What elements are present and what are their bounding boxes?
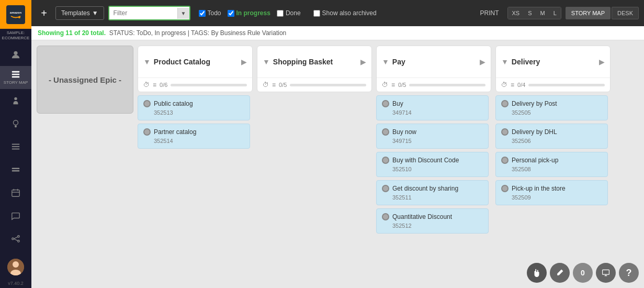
svg-rect-12 bbox=[12, 148, 19, 149]
story-card[interactable]: Buy 349714 bbox=[376, 95, 489, 120]
story-card[interactable]: Quantitative Discount 352512 bbox=[376, 208, 489, 234]
epic-footer-product-catalog: ⏱ ≡ 0/6 bbox=[138, 77, 252, 92]
archived-checkbox[interactable] bbox=[313, 10, 320, 17]
monitor-button[interactable] bbox=[596, 263, 616, 283]
story-status-icon bbox=[382, 213, 389, 220]
size-l-button[interactable]: L bbox=[549, 7, 561, 19]
done-checkbox[interactable] bbox=[277, 10, 284, 17]
size-s-button[interactable]: S bbox=[524, 7, 536, 19]
sidebar-item-share[interactable] bbox=[0, 227, 31, 250]
story-card[interactable]: Delivery by Post 352505 bbox=[495, 95, 608, 120]
epic-collapse-icon[interactable]: ▼ bbox=[263, 58, 270, 66]
amazon-logo: amazon bbox=[6, 5, 25, 24]
sidebar-item-layers[interactable] bbox=[0, 158, 31, 181]
size-xs-button[interactable]: XS bbox=[508, 7, 524, 19]
unassigned-epic-card: - Unassigned Epic - bbox=[37, 46, 133, 114]
print-button[interactable]: PRINT bbox=[476, 7, 503, 19]
svg-point-2 bbox=[18, 16, 20, 18]
storymap-label: STORY MAP bbox=[4, 80, 28, 85]
help-button[interactable]: ? bbox=[619, 263, 639, 283]
templates-button[interactable]: Templates ▼ bbox=[55, 6, 104, 20]
epic-progress-bar-shopping-basket bbox=[290, 84, 366, 86]
svg-point-3 bbox=[14, 51, 17, 54]
sidebar-item-chat[interactable] bbox=[0, 204, 31, 227]
sidebar-logo[interactable]: amazon bbox=[0, 0, 31, 29]
todo-checkbox-label[interactable]: Todo bbox=[199, 9, 221, 17]
epic-progress-product-catalog: 0/6 bbox=[160, 82, 167, 88]
epic-expand-icon[interactable]: ▶ bbox=[241, 58, 247, 66]
archived-checkbox-label[interactable]: Show also archived bbox=[313, 9, 377, 17]
status-count: Showing 11 of 20 total. bbox=[38, 29, 106, 37]
filter-dropdown-button[interactable]: ▼ bbox=[177, 8, 189, 19]
story-card[interactable]: Public catalog 352513 bbox=[138, 95, 250, 120]
view-buttons: STORY MAP DESK bbox=[566, 7, 639, 19]
epic-card-delivery: ▼ Delivery ▶ ⏱ ≡ 0/4 bbox=[495, 46, 611, 92]
epic-collapse-icon[interactable]: ▼ bbox=[143, 58, 151, 66]
story-card[interactable]: Personal pick-up 352508 bbox=[495, 152, 608, 177]
hand-tool-button[interactable] bbox=[527, 263, 547, 283]
sidebar-item-person[interactable] bbox=[0, 89, 31, 112]
epic-col-pay: ▼ Pay ▶ ⏱ ≡ 0/5 Buy bbox=[376, 46, 491, 283]
epic-title-shopping-basket: Shopping Basket bbox=[273, 58, 357, 66]
bottom-toolbar: 0 ? bbox=[527, 263, 639, 283]
epic-header-delivery: ▼ Delivery ▶ bbox=[496, 46, 610, 77]
story-card[interactable]: Buy with Discount Code 352510 bbox=[376, 152, 489, 177]
filter-wrap: ▼ bbox=[108, 6, 190, 20]
story-card[interactable]: Buy now 349715 bbox=[376, 124, 489, 149]
templates-chevron-icon: ▼ bbox=[92, 9, 98, 17]
story-status-icon bbox=[143, 100, 151, 107]
pencil-button[interactable] bbox=[550, 263, 570, 283]
sidebar-item-calendar[interactable] bbox=[0, 181, 31, 204]
sidebar-item-users[interactable] bbox=[0, 43, 31, 66]
story-card[interactable]: Pick-up in the store 352509 bbox=[495, 180, 608, 205]
story-card[interactable]: Partner catalog 352514 bbox=[138, 124, 250, 149]
svg-rect-13 bbox=[12, 168, 19, 169]
epic-footer-shopping-basket: ⏱ ≡ 0/5 bbox=[257, 77, 371, 92]
filter-input[interactable] bbox=[109, 7, 177, 19]
unassigned-col: - Unassigned Epic - bbox=[37, 46, 133, 283]
epic-expand-icon[interactable]: ▶ bbox=[360, 58, 366, 66]
story-card[interactable]: Delivery by DHL 352506 bbox=[495, 124, 608, 149]
stories-col-pay: Buy 349714 Buy now 349715 Buy with Disco… bbox=[376, 95, 491, 234]
size-m-button[interactable]: M bbox=[536, 7, 549, 19]
sidebar-bottom: v7.40.2 bbox=[6, 256, 26, 288]
story-card[interactable]: Get discount by sharing 352511 bbox=[376, 180, 489, 205]
storymap-view-button[interactable]: STORY MAP bbox=[566, 7, 611, 19]
epic-collapse-icon[interactable]: ▼ bbox=[382, 58, 389, 66]
todo-checkbox[interactable] bbox=[199, 10, 206, 17]
epic-expand-icon[interactable]: ▶ bbox=[599, 58, 605, 66]
epic-footer-pay: ⏱ ≡ 0/5 bbox=[377, 77, 491, 92]
svg-rect-6 bbox=[12, 76, 19, 78]
todo-label: Todo bbox=[208, 9, 221, 17]
templates-label: Templates bbox=[61, 9, 90, 17]
story-top: Partner catalog bbox=[143, 128, 244, 136]
done-label: Done bbox=[286, 9, 301, 17]
count-badge: 0 bbox=[573, 263, 593, 283]
inprogress-checkbox-label[interactable]: In progress bbox=[228, 9, 270, 17]
sidebar-item-storymap[interactable]: STORY MAP bbox=[0, 66, 31, 89]
story-status-icon bbox=[501, 157, 509, 164]
epic-title-delivery: Delivery bbox=[512, 58, 596, 66]
sidebar-item-list[interactable] bbox=[0, 135, 31, 158]
svg-rect-27 bbox=[603, 270, 609, 274]
main-content: + Templates ▼ ▼ Todo In progress bbox=[31, 0, 644, 288]
desk-view-button[interactable]: DESK bbox=[612, 7, 639, 19]
epic-expand-icon[interactable]: ▶ bbox=[480, 58, 485, 66]
epic-progress-bar-product-catalog bbox=[171, 84, 247, 86]
svg-point-8 bbox=[14, 120, 18, 125]
epic-list-icon: ≡ bbox=[391, 81, 395, 88]
inprogress-checkbox[interactable] bbox=[228, 10, 234, 17]
epic-clock-icon: ⏱ bbox=[143, 81, 150, 88]
story-id: 352513 bbox=[154, 109, 244, 116]
user-avatar[interactable] bbox=[7, 259, 24, 275]
sidebar-item-ideas[interactable] bbox=[0, 112, 31, 135]
story-status-icon bbox=[382, 100, 389, 107]
svg-text:amazon: amazon bbox=[10, 11, 22, 14]
version-label: v7.40.2 bbox=[6, 279, 26, 288]
add-button[interactable]: + bbox=[37, 6, 51, 20]
project-label: SAMPLE:ECOMMERCE bbox=[0, 29, 31, 43]
story-status-icon bbox=[382, 157, 389, 164]
svg-rect-0 bbox=[8, 7, 24, 23]
epic-collapse-icon[interactable]: ▼ bbox=[501, 58, 509, 66]
done-checkbox-label[interactable]: Done bbox=[277, 9, 301, 17]
